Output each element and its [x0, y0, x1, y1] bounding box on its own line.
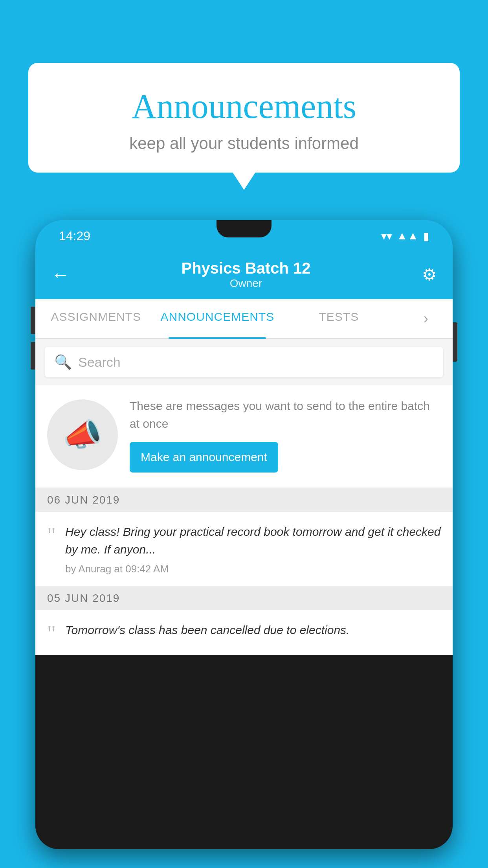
announcement-body-1: Hey class! Bring your practical record b…: [65, 523, 441, 575]
back-button[interactable]: ←: [51, 264, 70, 285]
date-divider-2: 05 JUN 2019: [35, 587, 453, 610]
announcement-text-1: Hey class! Bring your practical record b…: [65, 523, 441, 558]
settings-button[interactable]: ⚙: [422, 265, 437, 284]
megaphone-circle: 📣: [47, 399, 118, 470]
search-bar[interactable]: 🔍 Search: [45, 347, 443, 377]
make-announcement-button[interactable]: Make an announcement: [130, 442, 278, 473]
search-icon: 🔍: [54, 354, 72, 370]
date-divider-1: 06 JUN 2019: [35, 488, 453, 512]
tab-tests[interactable]: TESTS: [278, 299, 399, 338]
volume-down-button[interactable]: [31, 342, 35, 370]
bubble-title: Announcements: [44, 86, 444, 126]
notch: [216, 220, 272, 237]
phone-content: 🔍 Search 📣 These are messages you want t…: [35, 339, 453, 655]
volume-up-button[interactable]: [31, 307, 35, 334]
announcement-text-2: Tomorrow's class has been cancelled due …: [65, 621, 441, 639]
announcement-item-1[interactable]: " Hey class! Bring your practical record…: [35, 512, 453, 587]
power-button[interactable]: [453, 322, 457, 362]
header-title-block: Physics Batch 12 Owner: [181, 259, 310, 290]
announcement-meta-1: by Anurag at 09:42 AM: [65, 563, 441, 575]
header-title: Physics Batch 12: [181, 259, 310, 277]
announcement-promo-card: 📣 These are messages you want to send to…: [35, 385, 453, 487]
phone-outer: 14:29 ▾▾ ▲▲ ▮ ← Physics Batch 12 Owner ⚙…: [35, 220, 453, 849]
quote-icon-2: ": [47, 621, 56, 644]
status-bar: 14:29 ▾▾ ▲▲ ▮: [35, 220, 453, 252]
tab-more[interactable]: ›: [400, 299, 453, 338]
megaphone-icon: 📣: [63, 416, 102, 453]
battery-icon: ▮: [423, 230, 429, 243]
wifi-icon: ▾▾: [381, 230, 392, 243]
announcement-item-2[interactable]: " Tomorrow's class has been cancelled du…: [35, 610, 453, 655]
signal-icon: ▲▲: [397, 230, 418, 242]
tab-announcements[interactable]: ANNOUNCEMENTS: [156, 299, 278, 338]
speech-bubble: Announcements keep all your students inf…: [28, 63, 460, 173]
header-subtitle: Owner: [181, 277, 310, 290]
search-placeholder: Search: [78, 355, 121, 370]
promo-content: These are messages you want to send to t…: [130, 397, 441, 473]
status-icons: ▾▾ ▲▲ ▮: [381, 230, 429, 243]
phone-mockup: 14:29 ▾▾ ▲▲ ▮ ← Physics Batch 12 Owner ⚙…: [35, 220, 453, 868]
tab-assignments[interactable]: ASSIGNMENTS: [35, 299, 156, 338]
announcement-body-2: Tomorrow's class has been cancelled due …: [65, 621, 441, 644]
promo-description: These are messages you want to send to t…: [130, 397, 441, 432]
quote-icon-1: ": [47, 523, 56, 575]
app-header: ← Physics Batch 12 Owner ⚙: [35, 252, 453, 299]
tab-bar: ASSIGNMENTS ANNOUNCEMENTS TESTS ›: [35, 299, 453, 339]
status-time: 14:29: [59, 229, 90, 243]
bubble-subtitle: keep all your students informed: [44, 134, 444, 153]
